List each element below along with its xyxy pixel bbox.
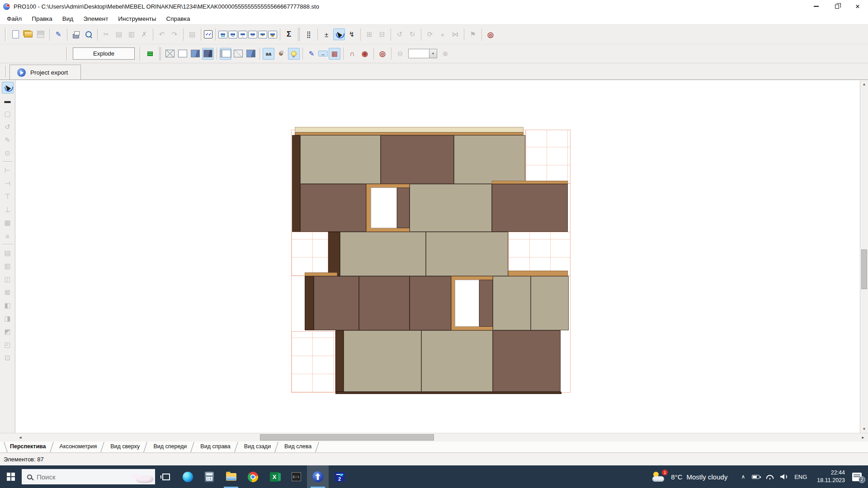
task-view-icon[interactable] [155,465,177,488]
rotate-left[interactable]: ↺ [394,28,406,40]
report-window[interactable]: ▤ [218,31,227,38]
view-wireframe[interactable] [164,48,176,60]
edge-icon[interactable] [177,465,198,488]
search-input[interactable] [37,473,104,481]
element-list[interactable]: ✓✓ [204,30,212,38]
rotate-right[interactable]: ↻ [406,28,418,40]
shelf-edge[interactable] [508,271,568,276]
undo[interactable]: ↶ [156,28,168,40]
pointer-tool[interactable] [333,28,345,40]
zoom-value-input[interactable] [409,49,429,58]
door[interactable] [426,232,508,276]
base-edge[interactable] [335,392,561,394]
door[interactable] [344,330,421,392]
tool-shape[interactable]: ▢ [2,108,14,120]
mirror[interactable]: ⋈ [449,28,461,40]
explode-button[interactable]: Explode [73,47,135,60]
anchor-point[interactable]: ◎ [485,28,496,40]
distribute[interactable] [144,48,156,60]
antialiasing[interactable]: aa [263,48,274,60]
notification-center-icon[interactable]: 2 [852,473,862,481]
material-sphere[interactable] [275,48,287,60]
door[interactable] [492,184,568,232]
side-panel[interactable] [292,135,300,232]
print-preview[interactable] [83,28,94,40]
scroll-down-icon[interactable]: ▼ [863,425,866,433]
language-indicator[interactable]: ENG [794,474,807,480]
excel-icon[interactable]: X [264,465,285,488]
redo[interactable]: ↷ [169,28,180,40]
restore-button[interactable] [826,0,847,13]
command-prompt-icon[interactable]: C:\ [285,465,307,488]
door[interactable] [410,184,492,232]
snap-target[interactable]: ◉ [359,48,371,60]
top-edge[interactable] [492,181,568,184]
open-file[interactable] [22,28,34,40]
door[interactable] [359,276,410,330]
vertical-scroll-thumb[interactable] [861,249,867,289]
view-tab[interactable]: Вид слева [279,441,320,452]
door[interactable] [340,232,426,276]
texture-edit[interactable]: ✎ [306,48,317,60]
vertical-scrollbar[interactable]: ▲ ▼ [860,80,868,433]
new-panel[interactable]: ▬ [2,95,14,107]
cut[interactable]: ✂ [100,28,112,40]
door[interactable] [493,276,531,330]
battery-icon[interactable] [752,475,760,479]
lighting[interactable] [288,48,300,60]
horizontal-scrollbar[interactable]: ◄ ► [0,433,868,441]
scroll-up-icon[interactable]: ▲ [863,80,866,88]
tool-half-right[interactable]: ◨ [2,313,14,324]
dropdown-icon[interactable]: ▼ [429,49,437,58]
view-tab[interactable]: Вид сверху [105,441,148,452]
door[interactable] [493,330,561,392]
quick-modify[interactable]: ↯ [346,28,358,40]
menu-item-3[interactable]: Вид [57,14,78,24]
tool-divide[interactable]: ◫ [2,273,14,285]
menu-item-6[interactable]: Справка [161,14,195,24]
properties[interactable]: ▤ [186,28,198,40]
select-tool[interactable] [2,82,14,94]
calculator-icon[interactable] [198,465,220,488]
door[interactable] [314,276,359,330]
door[interactable] [300,135,381,184]
show-grid[interactable]: ▦ [329,48,340,60]
tool-panel-v[interactable]: ▥ [2,260,14,272]
rotate[interactable]: ⟳ [424,28,436,40]
side-panel[interactable] [328,232,340,276]
tool-align-left[interactable]: ⊢ [2,164,14,176]
new-document[interactable] [9,28,21,40]
preview-window[interactable]: ⊙ [228,31,237,38]
minimize-button[interactable] [806,0,826,13]
tool-zoom[interactable]: ⊙ [2,147,14,159]
menu-item-1[interactable]: Файл [2,14,27,24]
wifi-icon[interactable] [766,474,774,479]
weather-widget[interactable]: 1 8°C Mostly cloudy [647,465,733,488]
chrome-icon[interactable] [242,465,264,488]
file-explorer-icon[interactable] [220,465,242,488]
menu-item-5[interactable]: Инструменты [113,14,161,24]
start-button[interactable] [0,465,22,488]
side-panel[interactable] [335,330,344,392]
door[interactable] [454,135,525,184]
print[interactable] [70,28,82,40]
furniture-model[interactable] [291,127,571,396]
tool-quarter[interactable]: ◰ [2,339,14,351]
move[interactable]: + [437,28,448,40]
search-box[interactable] [22,469,155,484]
view-open[interactable] [220,48,231,60]
view-tab[interactable]: Вид справа [195,441,238,452]
tool-rotate[interactable]: ↺ [2,121,14,133]
cad-2d-app-icon[interactable]: 2 [329,465,350,488]
view-tab[interactable]: Аксонометрия [54,441,105,452]
speaker-icon[interactable] [780,474,788,479]
cell-side[interactable] [397,188,410,228]
tool-align-bottom[interactable]: ⊥ [2,204,14,216]
view-tab[interactable]: Вид спереди [148,441,195,452]
center-view[interactable]: ◎ [377,48,388,60]
view-contour[interactable] [232,48,244,60]
shelf-edge[interactable] [305,272,337,276]
door[interactable] [421,330,493,392]
door[interactable] [531,276,569,330]
tool-grid[interactable]: ▦ [2,217,14,229]
